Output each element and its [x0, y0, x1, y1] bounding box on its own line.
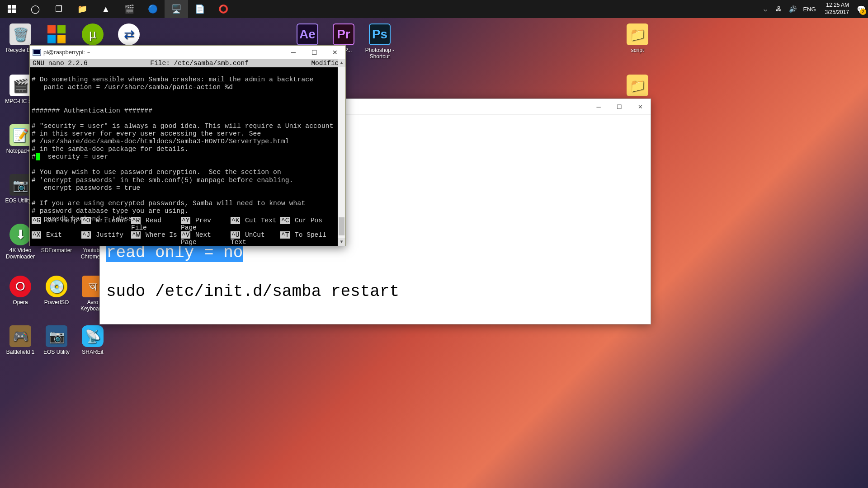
svg-rect-2	[8, 9, 11, 13]
desktop-icon-opera[interactable]: OOpera	[2, 276, 38, 305]
svg-rect-7	[57, 35, 66, 43]
language-indicator[interactable]: ENG	[799, 6, 819, 13]
putty-icon	[33, 48, 41, 56]
svg-rect-0	[8, 5, 11, 9]
minimize-button[interactable]: ─	[588, 99, 609, 115]
taskbar: ◯ ❐ 📁 ▲ 🎬 🔵 🖥️ 📄 ⭕ ⌵ 🖧 🔊 ENG 12:25 AM 3/…	[0, 0, 868, 18]
desktop-icon-folder2[interactable]: 📁	[619, 75, 656, 98]
action-center-button[interactable]: 💬2	[854, 5, 868, 14]
task-view-button[interactable]: ❐	[47, 0, 71, 18]
notif-count: 2	[860, 9, 866, 15]
nano-version: GNU nano 2.2.6	[33, 60, 88, 67]
taskbar-left: ◯ ❐ 📁 ▲ 🎬 🔵 🖥️ 📄 ⭕	[0, 0, 235, 18]
desktop-icon-poweriso[interactable]: 💿PowerISO	[38, 276, 75, 305]
minimize-button[interactable]: ─	[283, 46, 304, 59]
taskbar-app-mpc[interactable]: 🎬	[118, 0, 141, 18]
taskbar-app-notepad[interactable]: 📄	[188, 0, 212, 18]
svg-rect-5	[57, 25, 66, 33]
window-title: pi@raspberrypi: ~	[43, 49, 283, 56]
start-button[interactable]	[0, 0, 24, 18]
taskbar-app-explorer[interactable]: 📁	[71, 0, 94, 18]
icon-label: Opera	[2, 299, 38, 305]
icon-label: 4K Video Downloader	[2, 247, 38, 260]
nano-file: File: /etc/samba/smb.conf	[88, 60, 311, 67]
maximize-button[interactable]: ☐	[304, 46, 325, 59]
putty-window[interactable]: pi@raspberrypi: ~ ─ ☐ ✕ GNU nano 2.2.6 F…	[29, 45, 346, 246]
terminal-scrollbar[interactable]: ▲ ▼	[338, 59, 345, 246]
desktop-icon-bf1[interactable]: 🎮Battlefield 1	[2, 325, 38, 355]
svg-rect-6	[47, 35, 56, 43]
tray-volume-icon[interactable]: 🔊	[786, 0, 799, 18]
close-button[interactable]: ✕	[325, 46, 345, 59]
nano-header: GNU nano 2.2.6 File: /etc/samba/smb.conf…	[30, 59, 345, 67]
maximize-button[interactable]: ☐	[609, 99, 630, 115]
svg-rect-4	[47, 25, 56, 33]
tray-network-icon[interactable]: 🖧	[772, 0, 786, 18]
desktop-icon-shareit[interactable]: 📡SHAREit	[75, 325, 111, 355]
taskbar-app-vlc[interactable]: ▲	[94, 0, 118, 18]
taskbar-app-putty[interactable]: 🖥️	[165, 0, 188, 18]
notepad-line: sudo /etc/init.d/samba restart	[106, 282, 644, 301]
cortana-button[interactable]: ◯	[24, 0, 47, 18]
system-tray: ⌵ 🖧 🔊 ENG 12:25 AM 3/25/2017 💬2	[759, 0, 868, 18]
desktop-icon-eos2[interactable]: 📷EOS Utility	[38, 325, 75, 355]
icon-label: EOS Utility	[38, 349, 75, 355]
icon-label: script	[619, 47, 656, 53]
icon-label: PowerISO	[38, 299, 75, 305]
icon-label: SHAREit	[75, 349, 111, 355]
scroll-down-arrow[interactable]: ▼	[338, 238, 345, 246]
svg-rect-3	[12, 9, 16, 13]
terminal-body[interactable]: GNU nano 2.2.6 File: /etc/samba/smb.conf…	[30, 59, 345, 246]
putty-titlebar[interactable]: pi@raspberrypi: ~ ─ ☐ ✕	[30, 46, 345, 59]
icon-label: Battlefield 1	[2, 349, 38, 355]
desktop-icon-teamviewer[interactable]: ⇄	[111, 23, 147, 47]
desktop-icon-utorrent[interactable]: µ	[75, 23, 111, 47]
tray-chevron-icon[interactable]: ⌵	[759, 0, 772, 18]
nano-editor-content[interactable]: # Do something sensible when Samba crash…	[30, 67, 345, 224]
icon-label: Photoshop - Shortcut	[362, 47, 398, 60]
svg-rect-9	[33, 50, 40, 54]
taskbar-app-obs[interactable]: ⭕	[212, 0, 235, 18]
scroll-up-arrow[interactable]: ▲	[338, 59, 345, 67]
clock[interactable]: 12:25 AM 3/25/2017	[820, 2, 854, 16]
clock-date: 3/25/2017	[825, 9, 849, 16]
scroll-thumb[interactable]	[339, 217, 344, 235]
nano-footer: ^G Get Help^O WriteOut^R Read File^Y Pre…	[30, 217, 338, 246]
icon-label: SDFormatter	[38, 247, 75, 253]
desktop-icon-photoshop[interactable]: PsPhotoshop - Shortcut	[362, 23, 398, 60]
svg-rect-1	[12, 5, 16, 9]
desktop-icon-script-folder[interactable]: 📁script	[619, 23, 656, 53]
notepad-highlighted-text: read only = no	[106, 244, 243, 262]
desktop-icon-windows[interactable]	[38, 23, 75, 47]
clock-time: 12:25 AM	[825, 2, 849, 9]
taskbar-app-chrome[interactable]: 🔵	[141, 0, 165, 18]
close-button[interactable]: ✕	[630, 99, 651, 115]
